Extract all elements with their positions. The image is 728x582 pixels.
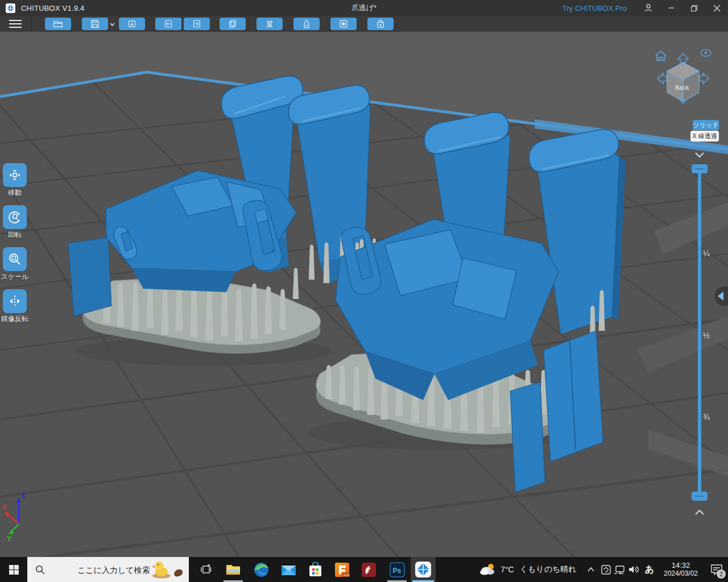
taskbar-app-file-explorer[interactable] bbox=[222, 557, 245, 582]
weather-icon[interactable] bbox=[479, 562, 496, 577]
task-view-icon bbox=[200, 564, 212, 575]
dig-hole-button[interactable] bbox=[367, 18, 394, 30]
title-bar: CHITUBOX V1.9.4 爪逃げ* Try CHITUBOX Pro bbox=[0, 0, 728, 16]
restore-button[interactable] bbox=[682, 0, 705, 16]
device-sync-tray-icon[interactable] bbox=[599, 557, 613, 582]
scale-icon bbox=[7, 252, 22, 267]
taskbar-clock[interactable]: 14:32 2024/03/02 bbox=[659, 561, 703, 578]
tool-move[interactable]: 移動 bbox=[1, 163, 28, 198]
account-button[interactable] bbox=[637, 0, 660, 16]
render-mode-xray-button[interactable]: X 線透過 bbox=[690, 131, 719, 142]
perspective-toggle-icon[interactable] bbox=[701, 49, 711, 56]
start-button[interactable] bbox=[0, 557, 27, 582]
support-structure-icon bbox=[265, 19, 274, 28]
axis-indicator: Z X Y bbox=[0, 489, 40, 543]
volume-tray-icon[interactable] bbox=[627, 557, 640, 582]
photoshop-icon: Ps bbox=[390, 562, 405, 577]
restore-icon bbox=[690, 5, 698, 12]
taskbar-app-mail[interactable] bbox=[277, 557, 300, 582]
user-icon bbox=[644, 3, 653, 13]
photoshop-label-text: Ps bbox=[392, 567, 401, 575]
taskbar-app-fusion-360[interactable]: FUS bbox=[330, 557, 353, 582]
layer-slider-lower-handle[interactable] bbox=[692, 492, 708, 501]
copy-button[interactable] bbox=[220, 18, 246, 30]
slider-label-half: ½ bbox=[703, 331, 710, 340]
support-button[interactable] bbox=[257, 18, 283, 30]
open-file-button[interactable] bbox=[45, 18, 71, 30]
render-mode-solid-button[interactable]: ソリッド bbox=[693, 120, 719, 130]
move-icon bbox=[7, 168, 22, 182]
network-tray-icon[interactable] bbox=[613, 557, 627, 582]
printer-upload-button[interactable] bbox=[119, 18, 145, 30]
action-center-button[interactable]: 2 bbox=[705, 557, 728, 582]
rotate-up-arrow[interactable] bbox=[678, 53, 688, 63]
build-plate-viewport[interactable] bbox=[0, 32, 728, 557]
taskbar-app-microsoft-store[interactable] bbox=[304, 557, 326, 582]
menu-button[interactable] bbox=[0, 16, 31, 32]
undo-button[interactable] bbox=[155, 18, 181, 30]
close-button[interactable] bbox=[705, 0, 728, 16]
redo-button[interactable] bbox=[184, 18, 210, 30]
fusion-badge-text: FUS bbox=[344, 573, 350, 576]
taskbar-search-box[interactable] bbox=[27, 557, 189, 582]
tool-scale[interactable]: スケール bbox=[1, 247, 28, 282]
hollow-button[interactable] bbox=[330, 18, 357, 30]
chitubox-taskbar-icon bbox=[415, 561, 432, 578]
app-title: CHITUBOX V1.9.4 bbox=[21, 4, 84, 13]
dig-hole-icon bbox=[376, 19, 385, 28]
taskbar-app-chitubox[interactable] bbox=[411, 557, 436, 582]
search-highlight-duck-image[interactable] bbox=[149, 560, 187, 579]
clock-time: 14:32 bbox=[659, 561, 703, 569]
slider-collapse-chevron[interactable] bbox=[694, 151, 705, 159]
slider-label-three-quarters: ¾ bbox=[703, 413, 710, 422]
weather-description[interactable]: くもりのち晴れ bbox=[520, 564, 577, 575]
taskbar-app-dragon[interactable] bbox=[357, 557, 380, 582]
save-icon bbox=[90, 19, 100, 28]
windows-logo-icon bbox=[9, 565, 19, 575]
weather-temperature[interactable]: 7°C bbox=[500, 565, 514, 574]
cube-face-label: Back bbox=[675, 84, 689, 91]
edge-icon bbox=[254, 562, 269, 577]
mirror-icon bbox=[7, 294, 22, 309]
try-pro-link[interactable]: Try CHITUBOX Pro bbox=[562, 4, 627, 13]
tool-mirror[interactable]: 鏡像反転 bbox=[1, 289, 28, 324]
save-button[interactable] bbox=[82, 18, 108, 30]
dragon-app-icon bbox=[361, 562, 377, 577]
rotate-icon bbox=[7, 210, 22, 225]
layer-range-slider-track[interactable] bbox=[698, 168, 701, 499]
slider-expand-chevron[interactable] bbox=[694, 508, 705, 516]
axis-y-label: Y bbox=[7, 534, 12, 543]
home-view-icon[interactable] bbox=[656, 51, 666, 60]
resin-button[interactable] bbox=[293, 18, 320, 30]
rotate-left-arrow[interactable] bbox=[657, 73, 667, 84]
task-view-button[interactable] bbox=[195, 557, 217, 582]
close-icon bbox=[713, 5, 721, 12]
clock-date: 2024/03/02 bbox=[659, 569, 703, 578]
mail-icon bbox=[281, 563, 296, 576]
windows-taskbar: FUS Ps bbox=[0, 557, 728, 582]
taskbar-app-photoshop[interactable]: Ps bbox=[386, 557, 408, 582]
system-tray: 7°C くもりのち晴れ bbox=[479, 557, 728, 582]
main-toolbar bbox=[0, 16, 728, 32]
resin-bottle-icon bbox=[303, 19, 311, 28]
ime-indicator[interactable]: あ bbox=[645, 564, 654, 576]
layer-slider-upper-handle[interactable] bbox=[692, 164, 708, 173]
hollow-icon bbox=[339, 19, 348, 28]
minimize-button[interactable] bbox=[660, 0, 682, 16]
search-icon bbox=[35, 565, 45, 575]
nav-cube-widget: Back bbox=[648, 44, 722, 113]
rotate-right-arrow[interactable] bbox=[700, 73, 709, 84]
save-dropdown-chevron-icon[interactable] bbox=[110, 23, 115, 27]
undo-icon bbox=[164, 19, 173, 28]
taskbar-app-edge[interactable] bbox=[250, 557, 272, 582]
view-cube[interactable]: Back bbox=[667, 63, 699, 101]
notification-count-badge: 2 bbox=[717, 569, 726, 579]
fusion-360-icon: FUS bbox=[334, 562, 350, 577]
redo-icon bbox=[192, 19, 201, 28]
tool-rotate[interactable]: 回転 bbox=[1, 205, 28, 240]
tray-overflow-chevron[interactable] bbox=[587, 567, 595, 572]
panel-open-arrow-icon bbox=[718, 292, 723, 301]
axis-x-label: X bbox=[2, 503, 7, 512]
axis-z-label: Z bbox=[21, 491, 26, 500]
microsoft-store-icon bbox=[308, 562, 322, 577]
